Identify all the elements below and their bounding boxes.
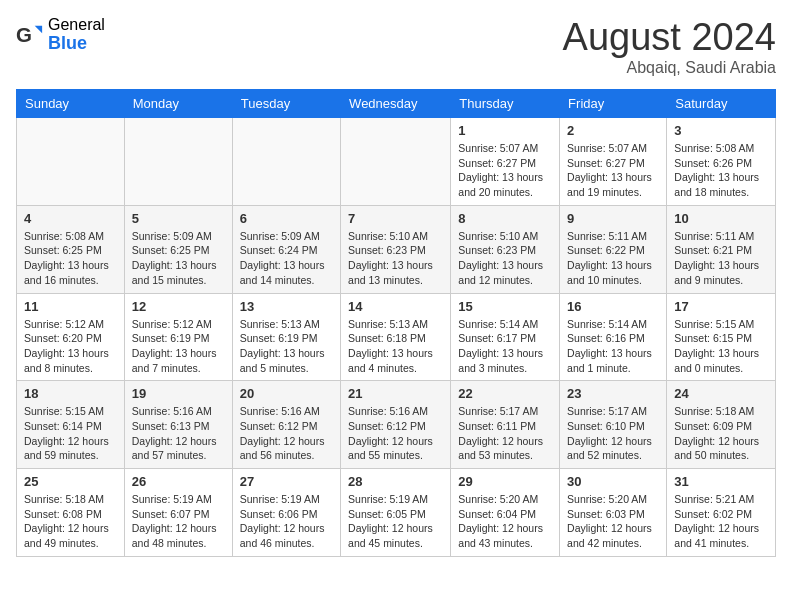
day-info: Sunrise: 5:07 AM Sunset: 6:27 PM Dayligh…	[458, 141, 552, 200]
day-info: Sunrise: 5:16 AM Sunset: 6:12 PM Dayligh…	[348, 404, 443, 463]
day-info: Sunrise: 5:16 AM Sunset: 6:12 PM Dayligh…	[240, 404, 333, 463]
day-number: 3	[674, 123, 768, 138]
calendar-header-saturday: Saturday	[667, 90, 776, 118]
day-number: 27	[240, 474, 333, 489]
svg-marker-1	[35, 25, 42, 32]
calendar-cell: 4Sunrise: 5:08 AM Sunset: 6:25 PM Daylig…	[17, 205, 125, 293]
day-info: Sunrise: 5:12 AM Sunset: 6:20 PM Dayligh…	[24, 317, 117, 376]
day-info: Sunrise: 5:10 AM Sunset: 6:23 PM Dayligh…	[348, 229, 443, 288]
day-info: Sunrise: 5:16 AM Sunset: 6:13 PM Dayligh…	[132, 404, 225, 463]
calendar-cell: 16Sunrise: 5:14 AM Sunset: 6:16 PM Dayli…	[560, 293, 667, 381]
calendar-cell: 9Sunrise: 5:11 AM Sunset: 6:22 PM Daylig…	[560, 205, 667, 293]
calendar-cell: 6Sunrise: 5:09 AM Sunset: 6:24 PM Daylig…	[232, 205, 340, 293]
day-number: 8	[458, 211, 552, 226]
calendar-cell: 5Sunrise: 5:09 AM Sunset: 6:25 PM Daylig…	[124, 205, 232, 293]
calendar-cell	[232, 118, 340, 206]
day-number: 30	[567, 474, 659, 489]
day-info: Sunrise: 5:12 AM Sunset: 6:19 PM Dayligh…	[132, 317, 225, 376]
page-header: G General Blue August 2024 Abqaiq, Saudi…	[16, 16, 776, 77]
day-info: Sunrise: 5:21 AM Sunset: 6:02 PM Dayligh…	[674, 492, 768, 551]
day-number: 31	[674, 474, 768, 489]
day-info: Sunrise: 5:10 AM Sunset: 6:23 PM Dayligh…	[458, 229, 552, 288]
calendar-cell: 12Sunrise: 5:12 AM Sunset: 6:19 PM Dayli…	[124, 293, 232, 381]
calendar-cell	[17, 118, 125, 206]
calendar-header-friday: Friday	[560, 90, 667, 118]
day-number: 22	[458, 386, 552, 401]
day-number: 25	[24, 474, 117, 489]
day-number: 28	[348, 474, 443, 489]
day-info: Sunrise: 5:19 AM Sunset: 6:05 PM Dayligh…	[348, 492, 443, 551]
day-info: Sunrise: 5:11 AM Sunset: 6:21 PM Dayligh…	[674, 229, 768, 288]
location-title: Abqaiq, Saudi Arabia	[563, 59, 776, 77]
day-number: 14	[348, 299, 443, 314]
calendar-cell: 30Sunrise: 5:20 AM Sunset: 6:03 PM Dayli…	[560, 469, 667, 557]
day-info: Sunrise: 5:13 AM Sunset: 6:18 PM Dayligh…	[348, 317, 443, 376]
day-info: Sunrise: 5:08 AM Sunset: 6:25 PM Dayligh…	[24, 229, 117, 288]
calendar-cell: 22Sunrise: 5:17 AM Sunset: 6:11 PM Dayli…	[451, 381, 560, 469]
svg-text:G: G	[16, 22, 32, 45]
calendar-cell: 11Sunrise: 5:12 AM Sunset: 6:20 PM Dayli…	[17, 293, 125, 381]
calendar-cell: 3Sunrise: 5:08 AM Sunset: 6:26 PM Daylig…	[667, 118, 776, 206]
calendar-cell: 26Sunrise: 5:19 AM Sunset: 6:07 PM Dayli…	[124, 469, 232, 557]
day-info: Sunrise: 5:09 AM Sunset: 6:24 PM Dayligh…	[240, 229, 333, 288]
day-number: 18	[24, 386, 117, 401]
calendar-week-row: 4Sunrise: 5:08 AM Sunset: 6:25 PM Daylig…	[17, 205, 776, 293]
calendar-week-row: 11Sunrise: 5:12 AM Sunset: 6:20 PM Dayli…	[17, 293, 776, 381]
calendar-cell: 18Sunrise: 5:15 AM Sunset: 6:14 PM Dayli…	[17, 381, 125, 469]
day-number: 23	[567, 386, 659, 401]
calendar-cell: 24Sunrise: 5:18 AM Sunset: 6:09 PM Dayli…	[667, 381, 776, 469]
logo-icon: G	[16, 21, 44, 49]
day-info: Sunrise: 5:11 AM Sunset: 6:22 PM Dayligh…	[567, 229, 659, 288]
calendar-week-row: 25Sunrise: 5:18 AM Sunset: 6:08 PM Dayli…	[17, 469, 776, 557]
day-number: 11	[24, 299, 117, 314]
day-info: Sunrise: 5:07 AM Sunset: 6:27 PM Dayligh…	[567, 141, 659, 200]
day-info: Sunrise: 5:17 AM Sunset: 6:11 PM Dayligh…	[458, 404, 552, 463]
day-number: 10	[674, 211, 768, 226]
day-number: 4	[24, 211, 117, 226]
day-number: 26	[132, 474, 225, 489]
day-number: 19	[132, 386, 225, 401]
calendar-cell: 7Sunrise: 5:10 AM Sunset: 6:23 PM Daylig…	[341, 205, 451, 293]
day-number: 9	[567, 211, 659, 226]
month-title: August 2024	[563, 16, 776, 59]
logo-general-text: General	[48, 16, 105, 34]
calendar-cell	[341, 118, 451, 206]
logo-text: General Blue	[48, 16, 105, 53]
calendar-header-wednesday: Wednesday	[341, 90, 451, 118]
calendar-cell: 19Sunrise: 5:16 AM Sunset: 6:13 PM Dayli…	[124, 381, 232, 469]
calendar-cell: 2Sunrise: 5:07 AM Sunset: 6:27 PM Daylig…	[560, 118, 667, 206]
day-number: 29	[458, 474, 552, 489]
day-info: Sunrise: 5:19 AM Sunset: 6:06 PM Dayligh…	[240, 492, 333, 551]
day-number: 6	[240, 211, 333, 226]
calendar-cell: 28Sunrise: 5:19 AM Sunset: 6:05 PM Dayli…	[341, 469, 451, 557]
day-number: 20	[240, 386, 333, 401]
day-number: 12	[132, 299, 225, 314]
calendar-cell: 8Sunrise: 5:10 AM Sunset: 6:23 PM Daylig…	[451, 205, 560, 293]
calendar-header-sunday: Sunday	[17, 90, 125, 118]
calendar-header-thursday: Thursday	[451, 90, 560, 118]
calendar-cell: 10Sunrise: 5:11 AM Sunset: 6:21 PM Dayli…	[667, 205, 776, 293]
day-number: 1	[458, 123, 552, 138]
calendar-header-row: SundayMondayTuesdayWednesdayThursdayFrid…	[17, 90, 776, 118]
calendar-cell: 25Sunrise: 5:18 AM Sunset: 6:08 PM Dayli…	[17, 469, 125, 557]
day-info: Sunrise: 5:19 AM Sunset: 6:07 PM Dayligh…	[132, 492, 225, 551]
calendar-cell: 20Sunrise: 5:16 AM Sunset: 6:12 PM Dayli…	[232, 381, 340, 469]
logo: G General Blue	[16, 16, 105, 53]
logo-blue-text: Blue	[48, 34, 105, 54]
day-info: Sunrise: 5:20 AM Sunset: 6:04 PM Dayligh…	[458, 492, 552, 551]
day-info: Sunrise: 5:09 AM Sunset: 6:25 PM Dayligh…	[132, 229, 225, 288]
calendar-cell: 29Sunrise: 5:20 AM Sunset: 6:04 PM Dayli…	[451, 469, 560, 557]
calendar-table: SundayMondayTuesdayWednesdayThursdayFrid…	[16, 89, 776, 557]
calendar-header-monday: Monday	[124, 90, 232, 118]
day-info: Sunrise: 5:14 AM Sunset: 6:16 PM Dayligh…	[567, 317, 659, 376]
calendar-week-row: 18Sunrise: 5:15 AM Sunset: 6:14 PM Dayli…	[17, 381, 776, 469]
calendar-cell: 23Sunrise: 5:17 AM Sunset: 6:10 PM Dayli…	[560, 381, 667, 469]
calendar-week-row: 1Sunrise: 5:07 AM Sunset: 6:27 PM Daylig…	[17, 118, 776, 206]
day-number: 7	[348, 211, 443, 226]
day-number: 13	[240, 299, 333, 314]
day-number: 17	[674, 299, 768, 314]
day-number: 5	[132, 211, 225, 226]
calendar-cell	[124, 118, 232, 206]
day-info: Sunrise: 5:17 AM Sunset: 6:10 PM Dayligh…	[567, 404, 659, 463]
calendar-cell: 27Sunrise: 5:19 AM Sunset: 6:06 PM Dayli…	[232, 469, 340, 557]
